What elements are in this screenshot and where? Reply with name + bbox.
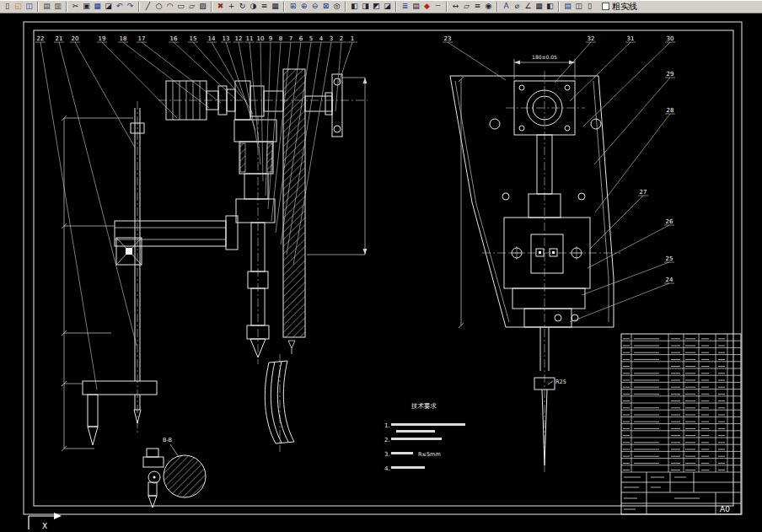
paste-button[interactable]: ▦ [92, 1, 103, 12]
undo-button[interactable]: ↶ [114, 1, 125, 12]
block-button[interactable]: ◧ [545, 1, 555, 12]
open-icon: ◱ [13, 2, 23, 11]
cut-button[interactable]: ✂ [70, 1, 81, 12]
text-icon: A [502, 2, 511, 11]
line-button[interactable]: ╱ [142, 1, 153, 12]
list-icon: ≡ [473, 2, 482, 11]
drawing-canvas[interactable]: 180±0.05 R25 22 21 20 19 18 17 16 15 14 … [0, 0, 762, 532]
area-button[interactable]: ▱ [461, 1, 472, 12]
new-button[interactable]: ▯ [2, 1, 13, 12]
balloon-label: 12 [235, 35, 243, 42]
zoom-extents-button[interactable]: ⊠ [320, 1, 331, 12]
arc-button[interactable]: ◠ [164, 1, 175, 12]
new-icon: ▯ [3, 2, 12, 11]
angle-dimension-icon: ∠ [523, 2, 533, 11]
toolbar-separator [496, 2, 498, 12]
balloon-label: 29 [667, 71, 674, 78]
toolbar-separator [446, 2, 448, 12]
angle-dimension-button[interactable]: ∠ [523, 1, 534, 12]
circle-button[interactable]: ○ [153, 1, 164, 12]
zoom-window-button[interactable]: ⊞ [287, 1, 298, 12]
tech-item-number: 4. [384, 465, 390, 472]
print-preview-icon: ▥ [53, 2, 62, 11]
toolbar-separator [37, 2, 39, 12]
distance-button[interactable]: ↔ [450, 1, 461, 12]
balloon-label: 14 [208, 35, 216, 42]
tech-item-number: 3. [384, 451, 390, 458]
zoom-out-icon: ⊖ [310, 2, 319, 11]
linetype-control[interactable]: 粗实线 [602, 1, 637, 13]
view-front-button[interactable]: ◨ [360, 1, 371, 12]
balloon-label: 30 [667, 35, 674, 42]
layers-button[interactable]: ≣ [400, 1, 411, 12]
balloon-label: 22 [37, 35, 45, 42]
layer-properties-button[interactable]: ▤ [411, 1, 421, 12]
toolbar-separator [66, 2, 67, 12]
polygon-button[interactable]: ▱ [186, 1, 197, 12]
text-button[interactable]: A [501, 1, 512, 12]
balloon-label: 17 [138, 35, 146, 42]
polygon-icon: ▱ [187, 2, 196, 11]
circle-icon: ○ [154, 2, 164, 11]
properties-button[interactable]: ▤ [562, 1, 573, 12]
save-button[interactable]: ◫ [24, 1, 35, 12]
hatch-button[interactable]: ▨ [197, 1, 208, 12]
layers-icon: ≣ [400, 2, 410, 11]
zoom-in-icon: ⊕ [299, 2, 309, 11]
linetype-button[interactable]: ┄ [432, 1, 443, 12]
area-icon: ▱ [462, 2, 471, 11]
view-top-button[interactable]: ◧ [349, 1, 360, 12]
tech-requirements-title: 技术要求 [411, 402, 437, 410]
sheet-size-label: A0 [720, 505, 730, 513]
rotate-button[interactable]: ↻ [237, 1, 248, 12]
match-properties-button[interactable]: ◪ [103, 1, 114, 12]
copy-icon: ▣ [82, 2, 91, 11]
match-properties-icon: ◪ [104, 2, 113, 11]
redo-button[interactable]: ↷ [125, 1, 136, 12]
paste-icon: ▦ [93, 2, 102, 11]
tech-item-note: R≤5mm [418, 451, 441, 458]
view-top-icon: ◧ [350, 2, 359, 11]
balloon-label: 24 [666, 277, 673, 283]
list-button[interactable]: ≡ [472, 1, 483, 12]
balloon-label: 6 [299, 35, 303, 42]
view-front-icon: ◨ [361, 2, 370, 11]
layer-color-swatch[interactable] [602, 3, 609, 10]
view-side-button[interactable]: ◩ [371, 1, 382, 12]
mirror-icon: ◑ [249, 2, 258, 11]
move-button[interactable]: + [226, 1, 237, 12]
table-icon: ▦ [534, 2, 544, 11]
locate-point-button[interactable]: ◉ [483, 1, 494, 12]
erase-button[interactable]: ✖ [215, 1, 226, 12]
zoom-out-button[interactable]: ⊖ [309, 1, 320, 12]
line-icon: ╱ [143, 2, 153, 11]
balloon-label: 4 [319, 35, 324, 42]
array-button[interactable]: ▦ [270, 1, 281, 12]
balloon-label: 27 [640, 189, 647, 196]
hatch-icon: ▨ [198, 2, 207, 11]
redo-icon: ↷ [126, 2, 135, 11]
dimension-label: 180±0.05 [532, 54, 557, 60]
rectangle-button[interactable]: ▭ [175, 1, 186, 12]
balloon-label: 16 [170, 35, 178, 42]
toolbar: ▯◱◫▤▥✂▣▦◪↶↷╱○◠▭▱▨✖+↻◑≡▦⊞⊕⊖⊠◎◧◨◩◪≣▤◆┄↔▱≡◉… [0, 0, 762, 13]
table-button[interactable]: ▦ [534, 1, 545, 12]
open-button[interactable]: ◱ [13, 1, 24, 12]
tool-palettes-button[interactable]: ▯ [584, 1, 595, 12]
color-control-button[interactable]: ◆ [421, 1, 432, 12]
save-icon: ◫ [24, 2, 34, 11]
design-center-icon: ◫ [574, 2, 583, 11]
mirror-button[interactable]: ◑ [248, 1, 259, 12]
print-preview-button[interactable]: ▥ [52, 1, 63, 12]
zoom-in-button[interactable]: ⊕ [298, 1, 309, 12]
view-iso-button[interactable]: ◪ [382, 1, 393, 12]
copy-button[interactable]: ▣ [81, 1, 92, 12]
rotate-icon: ↻ [238, 2, 247, 11]
design-center-button[interactable]: ◫ [573, 1, 584, 12]
print-button[interactable]: ▤ [41, 1, 52, 12]
dimension-button[interactable]: ⌀ [512, 1, 523, 12]
offset-button[interactable]: ≡ [259, 1, 270, 12]
detail-view-label: B-B [163, 437, 172, 443]
pan-button[interactable]: ◎ [331, 1, 342, 12]
erase-icon: ✖ [216, 2, 225, 11]
